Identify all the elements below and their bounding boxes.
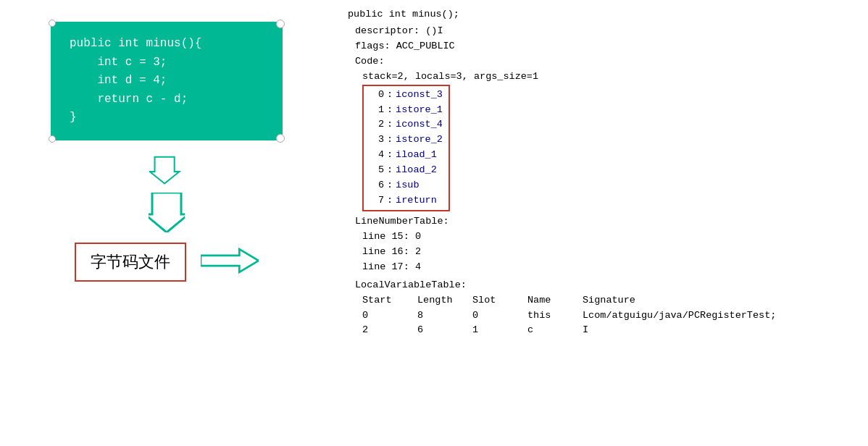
- inst-num: 3: [370, 132, 384, 148]
- table-row: 080thisLcom/atguigu/java/PCRegisterTest;: [362, 308, 854, 324]
- inst-name: iconst_4: [396, 117, 443, 132]
- inst-name: iconst_3: [396, 88, 443, 103]
- code-line-5: }: [70, 109, 264, 127]
- table-cell: I: [583, 323, 727, 338]
- table-header-cell: Signature: [583, 293, 727, 308]
- table-cell: 8: [417, 308, 461, 324]
- table-headers: StartLengthSlotNameSignature: [362, 293, 854, 308]
- inst-colon: :: [387, 117, 393, 132]
- table-cell: this: [527, 308, 571, 324]
- code-box: public int minus(){ int c = 3; int d = 4…: [51, 22, 283, 140]
- code-line-1: public int minus(){: [70, 35, 264, 54]
- instruction-line: 2: iconst_4: [370, 117, 443, 132]
- inst-name: iload_2: [396, 163, 437, 178]
- inst-colon: :: [387, 178, 393, 193]
- table-cell: 0: [362, 308, 406, 324]
- table-header-cell: Length: [417, 293, 461, 308]
- descriptor: descriptor: ()I: [355, 24, 854, 39]
- inst-name: isub: [396, 178, 419, 193]
- instruction-line: 1: istore_1: [370, 103, 443, 118]
- table-cell: 2: [362, 323, 406, 338]
- table-rows: 080thisLcom/atguigu/java/PCRegisterTest;…: [348, 308, 854, 339]
- inst-name: istore_1: [396, 103, 443, 118]
- flags: flags: ACC_PUBLIC: [355, 39, 854, 54]
- table-row: 261cI: [362, 323, 854, 338]
- table-cell: 0: [472, 308, 516, 324]
- table-cell: Lcom/atguigu/java/PCRegisterTest;: [583, 308, 776, 324]
- instruction-line: 5: iload_2: [370, 163, 443, 178]
- line-number-entry: line 17: 4: [362, 260, 854, 275]
- stack-info: stack=2, locals=3, args_size=1: [362, 70, 854, 85]
- handle-bl: [49, 135, 56, 143]
- table-cell: c: [527, 323, 571, 338]
- code-line-3: int d = 4;: [70, 72, 264, 91]
- bytecode-label: 字节码文件: [75, 243, 186, 282]
- code-line-2: int c = 3;: [70, 54, 264, 72]
- right-arrow: [201, 246, 259, 278]
- line-number-entry: line 16: 2: [362, 245, 854, 260]
- inst-num: 6: [370, 178, 384, 193]
- instruction-line: 7: ireturn: [370, 193, 443, 209]
- inst-name: istore_2: [396, 132, 443, 148]
- instruction-line: 4: iload_1: [370, 148, 443, 163]
- table-header-cell: Slot: [472, 293, 516, 308]
- inst-num: 1: [370, 103, 384, 118]
- inst-name: iload_1: [396, 148, 437, 163]
- code-label: Code:: [355, 54, 854, 70]
- inst-colon: :: [387, 163, 393, 178]
- method-signature: public int minus();: [348, 7, 854, 22]
- svg-marker-0: [150, 157, 180, 184]
- instruction-line: 0: iconst_3: [370, 88, 443, 103]
- bytecode-row: 字节码文件: [75, 243, 259, 282]
- inst-num: 2: [370, 117, 384, 132]
- line-number-entry: line 15: 0: [362, 230, 854, 245]
- table-cell: 6: [417, 323, 461, 338]
- instructions-box: 0: iconst_31: istore_12: iconst_43: isto…: [362, 85, 450, 211]
- instruction-line: 6: isub: [370, 178, 443, 193]
- instruction-line: 3: istore_2: [370, 132, 443, 148]
- svg-marker-1: [149, 193, 185, 232]
- inst-name: ireturn: [396, 193, 437, 209]
- inst-colon: :: [387, 132, 393, 148]
- inst-num: 7: [370, 193, 384, 209]
- local-variable-table-label: LocalVariableTable:: [355, 278, 854, 293]
- inst-colon: :: [387, 148, 393, 163]
- right-panel: public int minus(); descriptor: ()I flag…: [333, 0, 868, 446]
- table-header-cell: Start: [362, 293, 406, 308]
- table-header-cell: Name: [527, 293, 571, 308]
- left-panel: public int minus(){ int c = 3; int d = 4…: [0, 0, 333, 446]
- inst-num: 4: [370, 148, 384, 163]
- table-cell: 1: [472, 323, 516, 338]
- line-numbers-container: line 15: 0line 16: 2line 17: 4: [362, 230, 854, 275]
- down-arrow: [149, 155, 184, 190]
- handle-tl: [49, 20, 56, 27]
- inst-num: 5: [370, 163, 384, 178]
- inst-colon: :: [387, 88, 393, 103]
- code-line-4: return c - d;: [70, 91, 264, 109]
- svg-marker-2: [201, 249, 259, 272]
- inst-num: 0: [370, 88, 384, 103]
- inst-colon: :: [387, 193, 393, 209]
- inst-colon: :: [387, 103, 393, 118]
- line-number-table-label: LineNumberTable:: [355, 214, 854, 230]
- down-arrow-shape: [149, 193, 185, 235]
